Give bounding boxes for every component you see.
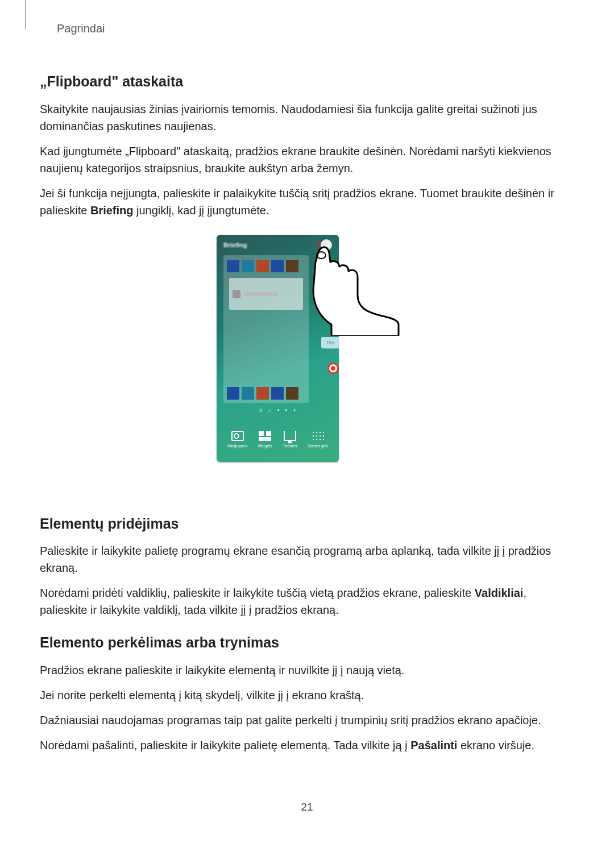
- indicator-home-icon: ⌂: [268, 406, 272, 414]
- side-tab: Tiny: [321, 337, 339, 348]
- phone-figure: Briefing: [217, 235, 397, 479]
- page-indicator-row: ≡ ⌂ • • +: [217, 406, 339, 414]
- bold-term-pasalinti: Pašalinti: [410, 739, 457, 751]
- briefing-text-blur: [244, 292, 278, 296]
- indicator-icon: ≡: [259, 406, 263, 414]
- themes-icon: Themes: [283, 431, 297, 450]
- widgets-icon: Widgets: [258, 431, 272, 450]
- hand-pointer-illustration: [297, 222, 400, 336]
- paragraph: Norėdami pridėti valdiklių, palieskite i…: [40, 584, 574, 618]
- paragraph: Jei norite perkelti elementą į kitą skyd…: [40, 687, 574, 704]
- paragraph: Norėdami pašalinti, palieskite ir laikyk…: [40, 737, 574, 754]
- paragraph: Pradžios ekrane palieskite ir laikykite …: [40, 662, 574, 679]
- screen-grid-icon: Screen grid: [308, 431, 328, 450]
- wallpapers-icon: Wallpapers: [227, 431, 247, 450]
- section-header: Pagrindai: [57, 20, 574, 37]
- flipboard-icon: [233, 290, 240, 298]
- paragraph: Skaitykite naujausias žinias įvairiomis …: [40, 101, 574, 135]
- text: jungiklį, kad jį įjungtumėte.: [134, 204, 269, 217]
- indicator-dot: •: [285, 406, 288, 414]
- side-power-icon: [327, 363, 339, 374]
- bold-term-valdikliai: Valdikliai: [475, 587, 524, 599]
- indicator-plus-icon: +: [293, 406, 296, 414]
- bold-term-briefing: Briefing: [90, 204, 134, 217]
- briefing-card: [229, 278, 303, 310]
- paragraph: Jei ši funkcija neįjungta, palieskite ir…: [40, 185, 574, 219]
- paragraph: Dažniausiai naudojamas programas taip pa…: [40, 712, 574, 729]
- home-preview-panel: [223, 255, 309, 403]
- figure-container: Briefing: [40, 235, 574, 479]
- paragraph: Kad įjungtumėte „Flipboard" ataskaitą, p…: [40, 143, 574, 177]
- heading-move-delete: Elemento perkėlimas arba trynimas: [40, 632, 574, 654]
- text: ekrano viršuje.: [457, 739, 534, 751]
- text: Norėdami pridėti valdiklių, palieskite i…: [40, 587, 475, 599]
- heading-add-elements: Elementų pridėjimas: [40, 513, 574, 535]
- page-number: 21: [40, 799, 574, 816]
- indicator-dot: •: [277, 406, 280, 414]
- heading-flipboard: „Flipboard" ataskaita: [40, 71, 574, 93]
- home-options-row: Wallpapers Widgets Themes Screen grid: [217, 431, 339, 450]
- page-spine-mark: [25, 0, 26, 30]
- text: Norėdami pašalinti, palieskite ir laikyk…: [40, 739, 410, 751]
- paragraph: Palieskite ir laikykite palietę programų…: [40, 542, 574, 576]
